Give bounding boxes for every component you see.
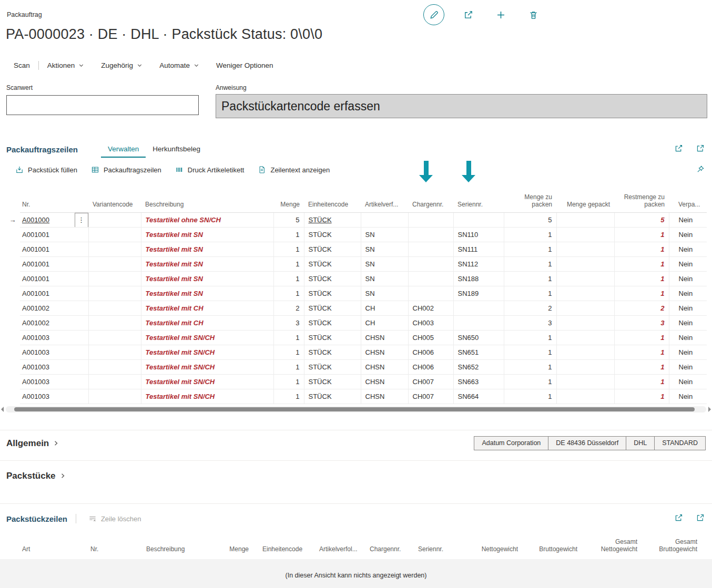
cell-nr[interactable]: A001000⋮ [20, 212, 88, 227]
cell-rest[interactable]: 1 [614, 389, 669, 404]
cell-variant[interactable] [88, 374, 141, 389]
menu-item-scan[interactable]: Scan [5, 57, 38, 74]
cell-serie[interactable]: SN663 [453, 374, 504, 389]
cell-nr[interactable]: A001003 [20, 359, 88, 374]
tab-herkunftsbeleg[interactable]: Herkunftsbeleg [146, 141, 207, 158]
cell-rest[interactable]: 2 [614, 301, 669, 315]
cell-nr[interactable]: A001001 [20, 242, 88, 256]
cell-charge[interactable]: CH007 [408, 374, 453, 389]
cell-artikelverf[interactable]: SN [361, 256, 408, 271]
cell-menge[interactable]: 1 [273, 389, 304, 404]
breadcrumb[interactable]: Packauftrag [7, 11, 42, 18]
cell-desc[interactable]: Testartikel mit SN [141, 286, 273, 301]
cell-menge[interactable]: 1 [273, 227, 304, 242]
cell-verpa[interactable]: Nein [669, 374, 707, 389]
cell-serie[interactable]: SN110 [453, 227, 504, 242]
cell-gepackt[interactable] [556, 330, 614, 345]
table-row[interactable]: A001001Testartikel mit SN1STÜCKSNSN11211… [5, 256, 707, 271]
column-header-einheitencode[interactable]: Einheitencode [304, 187, 361, 212]
scrollbar-track[interactable] [6, 406, 706, 412]
column-header-art[interactable]: Art [20, 545, 84, 557]
table-row[interactable]: A001001Testartikel mit SN1STÜCKSNSN11111… [5, 242, 707, 256]
cell-artikelverf[interactable]: CHSN [361, 345, 408, 359]
cell-menge[interactable]: 1 [273, 256, 304, 271]
share-part-button[interactable] [674, 513, 683, 524]
cell-verpa[interactable]: Nein [669, 256, 707, 271]
cell-menge[interactable]: 1 [273, 359, 304, 374]
cell-einheit[interactable]: STÜCK [304, 286, 361, 301]
cell-zu_packen[interactable]: 3 [504, 315, 556, 330]
cell-nr[interactable]: A001001 [20, 256, 88, 271]
cell-desc[interactable]: Testartikel mit SN/CH [141, 359, 273, 374]
cell-serie[interactable]: SN112 [453, 256, 504, 271]
cell-nr[interactable]: A001003 [20, 389, 88, 404]
cell-rest[interactable]: 1 [614, 374, 669, 389]
share-part-button[interactable] [674, 144, 683, 154]
share-button[interactable] [459, 6, 477, 24]
column-header-chargennr[interactable]: Chargennr. [364, 545, 413, 557]
cell-desc[interactable]: Testartikel mit SN/CH [141, 374, 273, 389]
column-header-artikelverf[interactable]: Artikelverf... [361, 187, 408, 212]
cell-variant[interactable] [88, 256, 141, 271]
cell-gepackt[interactable] [556, 345, 614, 359]
cell-desc[interactable]: Testartikel mit SN/CH [141, 345, 273, 359]
cell-einheit[interactable]: STÜCK [304, 315, 361, 330]
cell-zu_packen[interactable]: 1 [504, 227, 556, 242]
new-button[interactable] [492, 6, 510, 24]
toolbar-zeilentext-anzeigen[interactable]: Zeilentext anzeigen [251, 162, 337, 178]
cell-variant[interactable] [88, 359, 141, 374]
toolbar-zeile-loschen[interactable]: Zeile löschen [82, 511, 148, 527]
column-header-menge[interactable]: Menge [273, 187, 304, 212]
cell-menge[interactable]: 1 [273, 374, 304, 389]
summary-badge-dhl[interactable]: DHL [626, 436, 655, 450]
horizontal-scrollbar[interactable] [1, 406, 711, 413]
cell-menge[interactable]: 1 [273, 242, 304, 256]
cell-einheit[interactable]: STÜCK [304, 374, 361, 389]
cell-desc[interactable]: Testartikel mit SN/CH [141, 389, 273, 404]
cell-variant[interactable] [88, 389, 141, 404]
cell-einheit[interactable]: STÜCK [304, 330, 361, 345]
cell-verpa[interactable]: Nein [669, 286, 707, 301]
cell-zu_packen[interactable]: 1 [504, 359, 556, 374]
pin-button[interactable] [696, 165, 705, 175]
cell-rest[interactable]: 1 [614, 271, 669, 286]
cell-serie[interactable]: SN664 [453, 389, 504, 404]
table-row[interactable]: A001003Testartikel mit SN/CH1STÜCKCHSNCH… [5, 345, 707, 359]
cell-variant[interactable] [88, 330, 141, 345]
open-in-new-button[interactable] [696, 513, 705, 524]
cell-verpa[interactable]: Nein [669, 345, 707, 359]
cell-zu_packen[interactable]: 1 [504, 256, 556, 271]
cell-serie[interactable]: SN188 [453, 271, 504, 286]
table-row[interactable]: A001003Testartikel mit SN/CH1STÜCKCHSNCH… [5, 359, 707, 374]
cell-nr[interactable]: A001003 [20, 374, 88, 389]
table-row[interactable]: A001001Testartikel mit SN1STÜCKSNSN18811… [5, 271, 707, 286]
table-row[interactable]: A001002Testartikel mit CH2STÜCKCHCH00222… [5, 301, 707, 315]
cell-zu_packen[interactable]: 1 [504, 242, 556, 256]
cell-artikelverf[interactable]: CHSN [361, 374, 408, 389]
scroll-left-icon[interactable] [1, 407, 4, 412]
cell-einheit[interactable]: STÜCK [304, 212, 361, 227]
cell-charge[interactable] [408, 242, 453, 256]
table-row[interactable]: A001002Testartikel mit CH3STÜCKCHCH00333… [5, 315, 707, 330]
cell-gepackt[interactable] [556, 359, 614, 374]
menu-item-weniger-optionen[interactable]: Weniger Optionen [208, 57, 282, 74]
cell-gepackt[interactable] [556, 286, 614, 301]
cell-rest[interactable]: 1 [614, 227, 669, 242]
summary-badge-adatum-corporation[interactable]: Adatum Corporation [474, 436, 548, 450]
column-header-variantencode[interactable]: Variantencode [88, 187, 141, 212]
cell-charge[interactable]: CH005 [408, 330, 453, 345]
table-row[interactable]: A001001Testartikel mit SN1STÜCKSNSN11011… [5, 227, 707, 242]
cell-desc[interactable]: Testartikel mit CH [141, 301, 273, 315]
scrollbar-thumb[interactable] [14, 407, 695, 411]
cell-serie[interactable] [453, 301, 504, 315]
cell-verpa[interactable]: Nein [669, 271, 707, 286]
summary-badge-de-48436-dusseldorf[interactable]: DE 48436 Düsseldorf [548, 436, 626, 450]
delete-button[interactable] [524, 6, 542, 24]
cell-desc[interactable]: Testartikel mit SN [141, 256, 273, 271]
toolbar-druck-artikeletikett[interactable]: Druck Artikeletikett [168, 162, 251, 178]
cell-zu_packen[interactable]: 2 [504, 301, 556, 315]
menu-item-automate[interactable]: Automate [151, 57, 208, 74]
cell-einheit[interactable]: STÜCK [304, 345, 361, 359]
cell-artikelverf[interactable]: CHSN [361, 389, 408, 404]
column-header-menge-zu-packen[interactable]: Menge zu packen [504, 187, 556, 212]
